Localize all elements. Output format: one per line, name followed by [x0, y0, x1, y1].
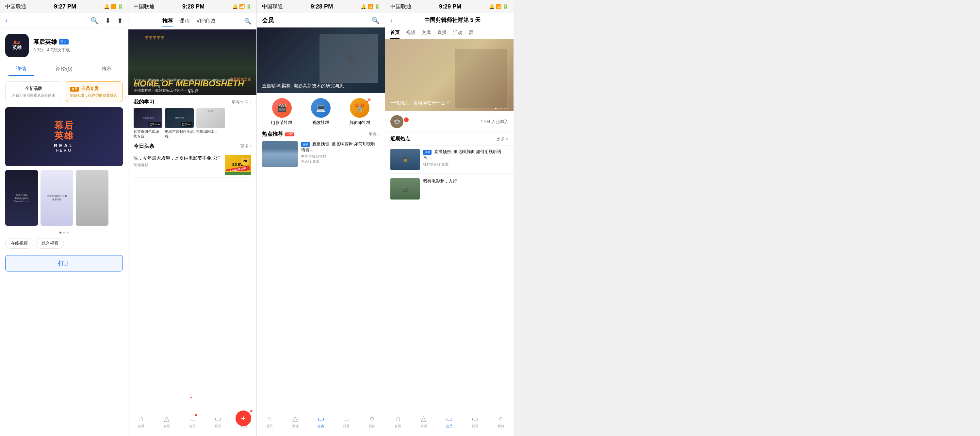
- app-detail-header: ‹ 🔍 ⬇ ⬆: [0, 13, 128, 29]
- more-learning[interactable]: 更多学习: [232, 99, 251, 105]
- film-avatar: 🎬: [272, 98, 292, 118]
- arrow-badge: ↗: [366, 96, 371, 104]
- community-vfx[interactable]: 💻 视效社群: [311, 98, 331, 126]
- mine-label-4: 我的: [498, 424, 504, 428]
- director-credit: Director: Li Guang: [134, 84, 160, 88]
- news-item-1[interactable]: 唉，今年最大愿望，是夏纳电影节不要取消 陀螺电影 SXSW CANCELLED …: [134, 152, 251, 177]
- nav-myshow-3[interactable]: ▭ 我秀: [334, 414, 359, 432]
- hero-banner[interactable]: 🏆🏆🏆🏆🏆 HOME OF MEPHIBOSHETH Seek out chil…: [128, 29, 256, 95]
- brand-sub: 为百万幕后影视从业者商来: [10, 93, 58, 98]
- nav-member-3[interactable]: ▭ 会员: [308, 414, 334, 432]
- hot-meta-1: 中国剪辑师社群 第83个资源: [301, 154, 380, 164]
- online-badge: [404, 117, 409, 122]
- group-hero[interactable]: 一镜到底，剪辑师在干什么？: [385, 39, 514, 111]
- nav-myshow-2[interactable]: ▭ 我秀: [205, 414, 231, 432]
- nav-mine-3[interactable]: ○ 我的: [360, 414, 385, 432]
- sxsw-stripe: [225, 172, 251, 175]
- course-1[interactable]: 达芬奇调色 已学11% 达芬奇调色S1系统专业: [134, 108, 162, 139]
- nav-mine-4[interactable]: ○ 我的: [488, 414, 514, 432]
- news-thumb-sxsw: SXSW CANCELLED 20: [225, 155, 251, 175]
- group-avatar: 🐨: [390, 115, 403, 128]
- members-hero[interactable]: 🎥 直播精华|梁栋--电影高新技术的研究与思: [257, 27, 385, 93]
- brand-new-card[interactable]: 全新品牌 为百万幕后影视从业者商来: [5, 81, 62, 102]
- time-1: 9:27 PM: [54, 3, 76, 10]
- nav-tab-recommend[interactable]: 推荐: [162, 16, 173, 26]
- screenshot-3[interactable]: [76, 170, 108, 226]
- group-tab-home[interactable]: 首页: [390, 27, 399, 39]
- screenshot-2[interactable]: 中国剪辑师职业社群最新内容: [40, 170, 73, 226]
- mine-icon-4: ○: [498, 414, 503, 423]
- community-edit[interactable]: ✂️ ↗ 剪辑师社群: [349, 98, 371, 126]
- tab-detail[interactable]: 详情: [0, 62, 43, 76]
- group-tabs: 首页 视频 文库 直播 活动 群: [385, 27, 514, 39]
- group-title: 中国剪辑师社群第 5 天: [396, 16, 508, 24]
- vip-card[interactable]: 会员 会员专属 职业社群，陪伴你的职业成长: [66, 81, 123, 102]
- person-silhouette: [455, 49, 507, 108]
- search-icon[interactable]: 🔍: [91, 17, 99, 24]
- more-recent[interactable]: 更多 >: [496, 136, 508, 142]
- post-item-1[interactable]: 🧑 直播 直播预告: 董北聊剪辑-如何用视听语言... 社群第83个资源: [385, 145, 514, 174]
- panel-group: 中国联通 9:29 PM 🔔 📶 🔋 ‹ 中国剪辑师社群第 5 天 首页 视频 …: [385, 0, 514, 436]
- post-meta-1: 社群第83个资源: [423, 162, 508, 167]
- group-tab-library[interactable]: 文库: [422, 27, 431, 39]
- arrow-indicator: ↓: [189, 391, 193, 400]
- more-hot[interactable]: 更多: [369, 131, 380, 137]
- post-thumb-2-img: 🎬: [390, 178, 420, 200]
- screenshot-1[interactable]: 影视工业网幕后英雄APPCineHello.com: [5, 170, 38, 226]
- vip-sub: 职业社群，陪伴你的职业成长: [70, 93, 119, 98]
- nav-home-2[interactable]: ⌂ 首页: [128, 414, 154, 432]
- app-rating: 3.3分 4.7万次下载: [33, 47, 123, 53]
- member-label-4: 会员: [446, 424, 452, 428]
- hot-item-1[interactable]: 直播 直播预告: 董北聊剪辑-如何用视听语言... 中国剪辑师社群 第83个资源: [262, 141, 380, 167]
- group-back-button[interactable]: ‹: [390, 16, 393, 24]
- home-label-4: 首页: [395, 424, 401, 428]
- hero-dot-5: [507, 108, 508, 109]
- home-icon-3: ⌂: [267, 414, 272, 423]
- nav-tabs: 推荐 课程 VIP商城: [134, 16, 244, 26]
- course-1-title: 达芬奇调色S1系统专业: [134, 129, 162, 139]
- back-button[interactable]: ‹: [5, 16, 8, 25]
- member-badge-wrapper: ▭: [189, 414, 196, 423]
- live-badge: 直播: [301, 142, 310, 147]
- open-button[interactable]: 打开: [5, 255, 123, 272]
- nav-discover-4[interactable]: △ 发现: [411, 414, 437, 432]
- group-tab-live[interactable]: 直播: [438, 27, 447, 39]
- fab-button[interactable]: +: [235, 410, 251, 426]
- members-search-icon[interactable]: 🔍: [371, 16, 380, 24]
- download-icon[interactable]: ⬇: [105, 17, 111, 24]
- film-community-name: 电影节社群: [271, 120, 293, 126]
- tag-online-video[interactable]: 在线视频: [5, 238, 33, 249]
- nav-tab-courses[interactable]: 课程: [179, 16, 190, 26]
- lake-image: [262, 141, 298, 167]
- post-item-2[interactable]: 🎬 我有电影梦，入行: [385, 175, 514, 203]
- nav-home-3[interactable]: ⌂ 首页: [257, 414, 282, 432]
- app-info: 幕后 英雄 幕后英雄 官方 3.3分 4.7万次下载: [0, 29, 128, 62]
- nav-member-4[interactable]: ▭ 会员: [436, 414, 462, 432]
- hot-header: 热点推荐 HOT 更多: [262, 131, 380, 138]
- nav-discover-3[interactable]: △ 发现: [282, 414, 308, 432]
- nav-tab-vip[interactable]: VIP商城: [196, 16, 215, 26]
- community-film[interactable]: 🎬 电影节社群: [271, 98, 293, 126]
- more-news[interactable]: 更多: [240, 143, 251, 149]
- course-2[interactable]: 电影声音 已学0% 电影声音制作全流程: [165, 108, 194, 139]
- group-tab-activity[interactable]: 活动: [453, 27, 462, 39]
- sxsw-banner: SXSW CANCELLED 20: [225, 155, 251, 175]
- group-tab-group[interactable]: 群: [469, 27, 473, 39]
- dot-3: [67, 232, 68, 233]
- banner-caption: 不怕素材多一做好案头工作片子一样出彩！: [134, 88, 202, 93]
- course-3[interactable]: 应用 电影编剧工...: [196, 108, 225, 139]
- bottom-nav-3: ⌂ 首页 △ 发现 ▭ 会员 ▭ 我秀 ○ 我的: [257, 410, 385, 436]
- nav-home-4[interactable]: ⌂ 首页: [385, 414, 411, 432]
- nav-myshow-4[interactable]: ▭ 我秀: [462, 414, 488, 432]
- main-search-icon[interactable]: 🔍: [244, 18, 251, 25]
- post-thumb-1-person: 🧑: [402, 157, 408, 162]
- share-icon[interactable]: ⬆: [117, 17, 123, 24]
- tab-recommend[interactable]: 推荐: [85, 62, 128, 76]
- detail-tabs: 详情 评论(0) 推荐: [0, 62, 128, 76]
- nav-member-2[interactable]: ▭ 会员: [180, 414, 205, 432]
- post-title-1: 直播 直播预告: 董北聊剪辑-如何用视听语言...: [423, 149, 508, 161]
- group-tab-video[interactable]: 视频: [406, 27, 415, 39]
- tab-reviews[interactable]: 评论(0): [43, 62, 86, 76]
- tag-general-video[interactable]: 综合视频: [36, 238, 64, 249]
- nav-discover-2[interactable]: △ 发现: [154, 414, 179, 432]
